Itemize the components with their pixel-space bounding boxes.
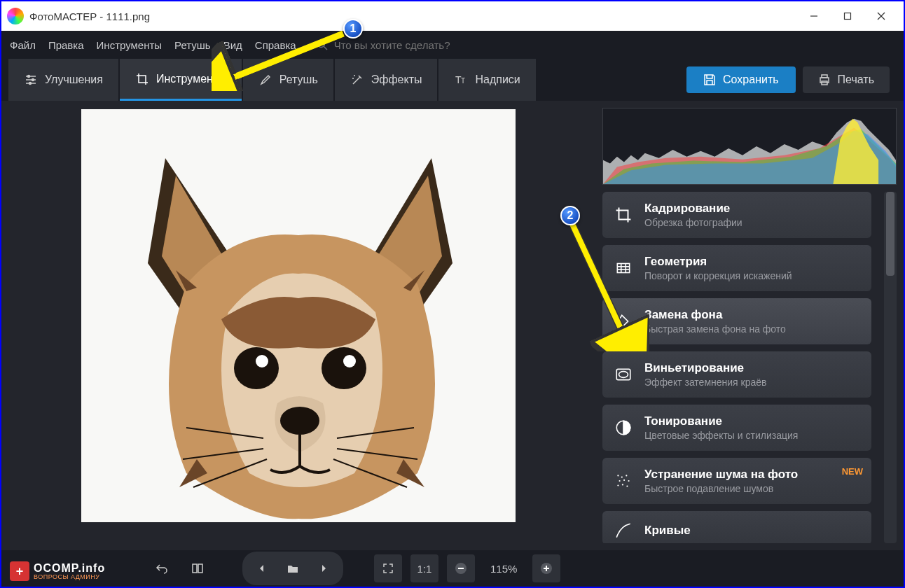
svg-rect-47 [193,564,197,573]
tab-improve[interactable]: Улучшения [8,59,118,101]
watermark-icon: + [10,561,29,581]
tab-improve-label: Улучшения [45,74,103,86]
zoom-in-button[interactable] [532,554,560,582]
compare-button[interactable] [184,554,212,582]
tab-effects[interactable]: Эффекты [335,59,438,101]
save-label: Сохранить [723,74,779,86]
ratio-label: 1:1 [410,563,439,575]
tool-noise-sub: Быстрое подавление шумов [644,483,860,494]
maximize-button[interactable] [831,5,864,27]
tool-vignette[interactable]: Виньетирование Эффект затемнения краёв [602,351,871,398]
fit-button[interactable] [374,554,402,582]
curves-icon [614,521,633,540]
menu-file[interactable]: Файл [10,39,36,51]
minimize-button[interactable] [797,5,831,27]
menu-view[interactable]: Вид [223,39,242,51]
wand-icon [350,73,364,87]
bottom-bar: + OCOMP.info ВОПРОСЫ АДМИНУ 1:1 115% [1,550,904,587]
ratio-button[interactable]: 1:1 [410,554,438,582]
vignette-icon [614,365,633,384]
crop-icon [614,205,633,225]
tool-replace-bg[interactable]: Замена фона Быстрая замена фона на фото [602,298,871,344]
callout-1: 1 [343,19,363,38]
save-icon [703,74,716,86]
app-icon [7,8,24,24]
noise-icon [614,471,633,491]
tool-crop[interactable]: Кадрирование Обрезка фотографии [602,192,871,238]
tool-geometry-title: Геометрия [644,255,860,269]
menu-edit[interactable]: Правка [48,39,84,51]
menu-help[interactable]: Справка [255,39,296,51]
toolbar: Улучшения Инструменты Ретушь Эффекты TT … [1,59,904,101]
tool-toning-sub: Цветовые эффекты и стилизация [644,430,860,441]
menu-tools[interactable]: Инструменты [97,39,163,51]
svg-point-21 [343,355,356,368]
svg-point-4 [317,41,324,48]
tool-noise[interactable]: Устранение шума на фото Быстрое подавлен… [602,458,871,504]
svg-point-9 [28,76,30,78]
tools-list: Кадрирование Обрезка фотографии Геометри… [595,192,897,543]
watermark-main: OCOMP.info [34,563,105,574]
prev-button[interactable] [248,554,276,582]
window-title: ФотоМАСТЕР - 1111.png [29,10,150,22]
geometry-icon [614,258,633,278]
tab-text-label: Надписи [475,74,520,86]
svg-point-43 [628,480,630,482]
svg-rect-1 [845,13,851,20]
window-controls [797,5,898,27]
svg-point-44 [617,484,619,486]
search-icon [316,38,329,51]
tab-effects-label: Эффекты [371,74,422,86]
svg-line-5 [324,47,327,50]
next-button[interactable] [310,554,338,582]
tab-retouch[interactable]: Ретушь [243,59,333,101]
nav-group [242,552,343,585]
print-button[interactable]: Печать [803,66,890,93]
menu-retouch[interactable]: Ретушь [174,39,211,51]
tool-geometry[interactable]: Геометрия Поворот и коррекция искажений [602,245,871,291]
zoom-out-button[interactable] [447,554,475,582]
scrollbar[interactable] [884,192,897,543]
svg-point-11 [29,83,32,85]
tool-replace-bg-sub: Быстрая замена фона на фото [644,323,860,335]
save-button[interactable]: Сохранить [686,66,796,93]
side-panel: Кадрирование Обрезка фотографии Геометри… [595,101,904,550]
svg-point-45 [622,484,623,485]
browse-button[interactable] [279,554,307,582]
sliders-icon [24,73,38,87]
svg-point-18 [234,347,279,389]
tab-retouch-label: Ретушь [279,74,318,86]
canvas-image[interactable] [81,109,516,522]
tool-toning[interactable]: Тонирование Цветовые эффекты и стилизаци… [602,405,871,451]
svg-point-46 [626,486,628,487]
svg-point-41 [619,480,621,482]
tool-geometry-sub: Поворот и коррекция искажений [644,270,860,281]
canvas-area [1,101,595,550]
close-button[interactable] [864,5,898,27]
svg-point-19 [322,347,366,389]
workspace: Кадрирование Обрезка фотографии Геометри… [1,101,904,550]
svg-rect-15 [822,75,827,78]
svg-point-22 [280,407,319,435]
bucket-icon [614,312,633,331]
undo-button[interactable] [147,554,175,582]
svg-rect-29 [617,264,629,273]
scroll-thumb[interactable] [886,192,894,276]
svg-text:T: T [461,77,465,85]
tab-tools-label: Инструменты [156,73,226,85]
tool-crop-title: Кадрирование [644,202,860,216]
svg-point-20 [256,355,268,368]
tool-noise-title: Устранение шума на фото [644,468,860,482]
tool-toning-title: Тонирование [644,414,860,428]
svg-rect-48 [198,564,202,573]
menu-bar: Файл Правка Инструменты Ретушь Вид Справ… [1,31,904,59]
tab-tools[interactable]: Инструменты [120,59,242,101]
tab-text[interactable]: TT Надписи [438,59,535,101]
new-badge: NEW [842,466,863,477]
tool-crop-sub: Обрезка фотографии [644,217,860,228]
watermark-sub: ВОПРОСЫ АДМИНУ [34,574,105,580]
tool-curves[interactable]: Кривые [602,511,871,543]
zoom-percent: 115% [483,563,524,575]
search-input[interactable] [334,39,488,51]
brush-icon [258,73,272,87]
